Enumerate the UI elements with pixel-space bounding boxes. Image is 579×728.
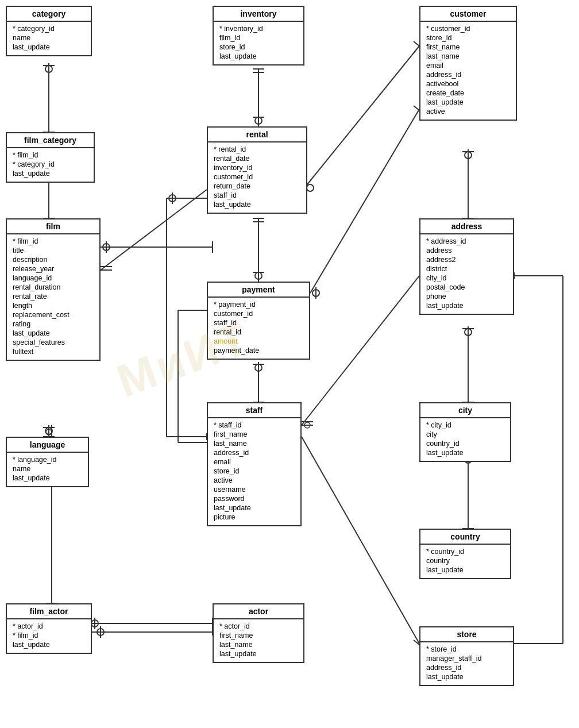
field-staff-password: password [214, 494, 295, 503]
field-staff-address-id: address_id [214, 448, 295, 457]
field-rent-staff-id: staff_id [214, 191, 300, 200]
city-fields: * city_id city country_id last_update [420, 418, 510, 461]
language-header: language [7, 438, 88, 453]
field-film-description: description [13, 255, 94, 264]
actor-fields: * actor_id first_name last_name last_upd… [214, 619, 303, 662]
field-film-special-features: special_features [13, 338, 94, 347]
film-category-table: film_category * film_id * category_id la… [6, 132, 95, 183]
svg-point-18 [46, 429, 52, 435]
field-film-fulltext: fulltext [13, 347, 94, 356]
er-diagram: МиИТ category * category_id name last_up… [0, 0, 579, 728]
field-film-id: * film_id [13, 237, 94, 246]
field-category-name: name [13, 33, 85, 43]
field-addr-phone: phone [426, 292, 507, 301]
field-pay-rental-id: rental_id [214, 328, 303, 337]
customer-header: customer [420, 7, 516, 22]
film-category-fields: * film_id * category_id last_update [7, 148, 94, 182]
field-fc-last-update: last_update [13, 169, 88, 178]
field-fc-film-id: * film_id [13, 151, 88, 160]
svg-point-35 [255, 364, 262, 371]
language-table: language * language_id name last_update [6, 437, 89, 487]
field-store-manager-staff-id: manager_staff_id [426, 654, 507, 663]
field-category-id: * category_id [13, 24, 85, 33]
actor-header: actor [214, 604, 303, 619]
film-header: film [7, 219, 99, 234]
field-inv-store-id: store_id [219, 43, 298, 52]
field-film-release-year: release_year [13, 264, 94, 274]
field-cust-last-update: last_update [426, 98, 510, 107]
customer-table: customer * customer_id store_id first_na… [419, 6, 517, 121]
svg-line-74 [414, 640, 419, 645]
inventory-fields: * inventory_id film_id store_id last_upd… [214, 22, 303, 64]
field-actor-last-name: last_name [219, 640, 298, 649]
svg-line-47 [304, 46, 419, 188]
film-table: film * film_id title description release… [6, 218, 101, 361]
field-rent-date: rental_date [214, 154, 300, 163]
staff-fields: * staff_id first_name last_name address_… [208, 418, 300, 525]
field-fc-category-id: * category_id [13, 160, 88, 169]
svg-point-72 [304, 422, 310, 428]
city-table: city * city_id city country_id last_upda… [419, 402, 511, 462]
rental-header: rental [208, 128, 306, 142]
inventory-header: inventory [214, 7, 303, 22]
field-cust-email: email [426, 61, 510, 70]
field-pay-id: * payment_id [214, 300, 303, 309]
field-fa-actor-id: * actor_id [13, 622, 85, 631]
field-staff-picture: picture [214, 513, 295, 522]
address-table: address * address_id address address2 di… [419, 218, 514, 315]
field-addr-last-update: last_update [426, 301, 507, 310]
field-pay-customer-id: customer_id [214, 309, 303, 318]
svg-point-49 [307, 184, 314, 191]
field-film-title: title [13, 246, 94, 255]
field-rent-last-update: last_update [214, 200, 300, 209]
field-city-id: * city_id [426, 421, 504, 430]
field-lang-last-update: last_update [13, 473, 82, 483]
field-staff-last-name: last_name [214, 439, 295, 448]
field-staff-last-update: last_update [214, 503, 295, 513]
field-cust-id: * customer_id [426, 24, 510, 33]
svg-point-56 [312, 290, 319, 296]
svg-point-87 [169, 195, 176, 202]
field-country-country: country [426, 556, 504, 565]
field-cust-last-name: last_name [426, 52, 510, 61]
field-addr-district: district [426, 264, 507, 274]
film-fields: * film_id title description release_year… [7, 234, 99, 360]
field-addr-postal-code: postal_code [426, 283, 507, 292]
svg-point-3 [45, 66, 52, 72]
field-film-rental-duration: rental_duration [13, 283, 94, 292]
store-fields: * store_id manager_staff_id address_id l… [420, 642, 513, 685]
field-film-rating: rating [13, 319, 94, 329]
svg-line-55 [310, 109, 419, 293]
field-store-address-id: address_id [426, 663, 507, 672]
film-actor-table: film_actor * actor_id * film_id last_upd… [6, 603, 92, 654]
field-staff-store-id: store_id [214, 467, 295, 476]
svg-line-73 [302, 437, 419, 644]
actor-table: actor * actor_id first_name last_name la… [213, 603, 304, 663]
field-film-language-id: language_id [13, 274, 94, 283]
category-table: category * category_id name last_update [6, 6, 92, 56]
field-city-city: city [426, 430, 504, 439]
field-fa-film-id: * film_id [13, 631, 85, 640]
field-pay-amount: amount [214, 337, 303, 346]
category-header: category [7, 7, 91, 22]
field-store-last-update: last_update [426, 672, 507, 681]
field-cust-create-date: create_date [426, 88, 510, 98]
field-inv-film-id: film_id [219, 33, 298, 43]
field-rent-return-date: return_date [214, 182, 300, 191]
field-fa-last-update: last_update [13, 640, 85, 649]
svg-point-32 [255, 272, 262, 279]
svg-line-69 [302, 276, 419, 425]
svg-line-44 [101, 190, 207, 270]
film-actor-fields: * actor_id * film_id last_update [7, 619, 91, 653]
field-city-last-update: last_update [426, 448, 504, 457]
field-lang-name: name [13, 464, 82, 473]
country-fields: * country_id country last_update [420, 545, 510, 578]
country-header: country [420, 530, 510, 545]
field-cust-activebool: activebool [426, 79, 510, 88]
field-staff-username: username [214, 485, 295, 494]
svg-point-20 [91, 620, 98, 627]
field-film-rental-rate: rental_rate [13, 292, 94, 301]
field-rent-inv-id: inventory_id [214, 163, 300, 172]
field-staff-first-name: first_name [214, 430, 295, 439]
field-cust-address-id: address_id [426, 70, 510, 79]
